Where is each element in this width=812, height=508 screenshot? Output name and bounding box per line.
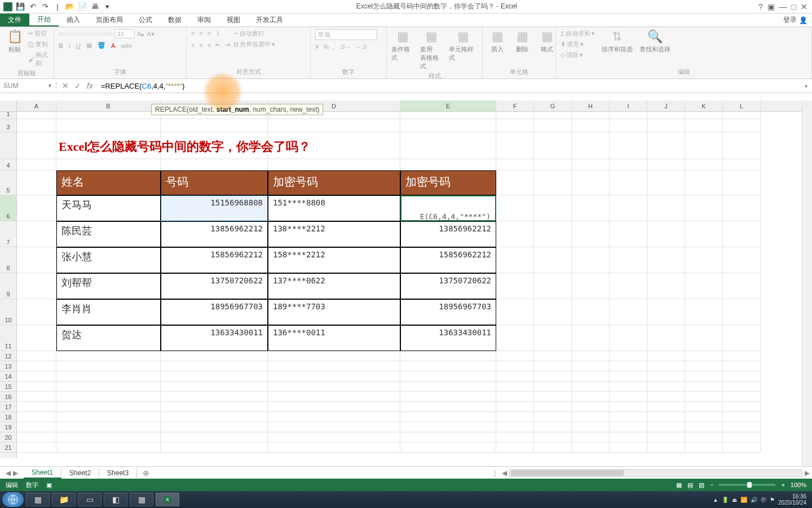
- indent-dec-icon[interactable]: ⇤: [215, 41, 220, 49]
- task-app-4[interactable]: ◧: [104, 493, 127, 506]
- col-header-K[interactable]: K: [685, 100, 723, 111]
- open-icon[interactable]: 📂: [65, 2, 74, 11]
- cell-J6[interactable]: [647, 195, 685, 221]
- cell-A3[interactable]: [17, 119, 56, 132]
- zoom-slider[interactable]: [719, 484, 775, 486]
- cell-H5[interactable]: [572, 170, 610, 195]
- col-header-G[interactable]: G: [534, 100, 572, 111]
- cell-I6[interactable]: [610, 195, 647, 221]
- cell-num-2[interactable]: 15856962212: [161, 247, 268, 273]
- fill-button[interactable]: ⬇ 填充 ▾: [561, 40, 595, 49]
- cell-C18[interactable]: [161, 412, 268, 422]
- cell-I15[interactable]: [610, 382, 647, 392]
- cell-J15[interactable]: [647, 382, 685, 392]
- cell-C4[interactable]: [161, 159, 268, 170]
- cell-enc-2[interactable]: 15856962212: [400, 247, 496, 273]
- sheet-nav[interactable]: ◀▶: [0, 469, 24, 477]
- cell-G15[interactable]: [534, 382, 572, 392]
- cell-F12[interactable]: [496, 351, 534, 361]
- tab-file[interactable]: 文件: [0, 14, 29, 27]
- row-header-blank[interactable]: [0, 132, 16, 159]
- cell-E19[interactable]: [400, 422, 496, 432]
- grow-font-icon[interactable]: A▴: [137, 30, 144, 38]
- cell-K[interactable]: [685, 132, 723, 159]
- view-break-icon[interactable]: ▧: [699, 481, 704, 489]
- wrap-text-button[interactable]: ⤶ 自动换行: [233, 29, 275, 38]
- cell-H16[interactable]: [572, 392, 610, 402]
- cell-E20[interactable]: [400, 432, 496, 443]
- sort-filter-button[interactable]: ⇅排序和筛选: [602, 29, 633, 54]
- cell-G12[interactable]: [534, 351, 572, 361]
- row-header-11[interactable]: 11: [0, 325, 16, 351]
- cell-H8[interactable]: [572, 247, 610, 273]
- align-right-icon[interactable]: ≡: [208, 42, 211, 49]
- cell-A17[interactable]: [17, 402, 56, 412]
- row-header-13[interactable]: 13: [0, 361, 16, 371]
- row-header-9[interactable]: 9: [0, 273, 16, 299]
- format-table-button[interactable]: ▦套用 表格格式: [420, 29, 443, 71]
- cond-format-button[interactable]: ▦条件格式: [391, 29, 414, 62]
- cell-J20[interactable]: [647, 432, 685, 443]
- cell-F5[interactable]: [496, 170, 534, 195]
- login-area[interactable]: 登录 👤: [783, 14, 812, 27]
- cell-J21[interactable]: [647, 443, 685, 453]
- cell-I13[interactable]: [610, 361, 647, 371]
- cell-D17[interactable]: [268, 402, 400, 412]
- cell-D3[interactable]: [268, 119, 400, 132]
- cell-B15[interactable]: [56, 382, 161, 392]
- col-header-F[interactable]: F: [496, 100, 534, 111]
- cell-I14[interactable]: [610, 371, 647, 382]
- table-header-D[interactable]: 加密号码: [268, 170, 400, 195]
- dec-decimal-icon[interactable]: ←.0: [355, 43, 367, 50]
- formula-input[interactable]: =REPLACE(C6,4,4,"****"): [99, 82, 800, 90]
- cell-J18[interactable]: [647, 412, 685, 422]
- tab-home[interactable]: 开始: [29, 14, 59, 27]
- cell-F9[interactable]: [496, 273, 534, 299]
- percent-icon[interactable]: %: [323, 43, 329, 50]
- format-cells-button[interactable]: ▦格式: [537, 29, 557, 54]
- font-size-select[interactable]: 11: [114, 29, 135, 38]
- cell-G13[interactable]: [534, 361, 572, 371]
- cell-F3[interactable]: [496, 119, 534, 132]
- tab-data[interactable]: 数据: [160, 14, 189, 27]
- cell-mask-4[interactable]: 189****7703: [268, 299, 400, 325]
- cell-K13[interactable]: [685, 361, 723, 371]
- cell-C13[interactable]: [161, 361, 268, 371]
- cell-I5[interactable]: [610, 170, 647, 195]
- cell-A15[interactable]: [17, 382, 56, 392]
- cell-D4[interactable]: [268, 159, 400, 170]
- cell-H18[interactable]: [572, 412, 610, 422]
- cell-K6[interactable]: [685, 195, 723, 221]
- cell-J13[interactable]: [647, 361, 685, 371]
- cell-L11[interactable]: [723, 325, 761, 351]
- sheet-heading[interactable]: Excel怎么隐藏号码中间的数字，你学会了吗？: [56, 132, 496, 159]
- cell-G19[interactable]: [534, 422, 572, 432]
- cell-K4[interactable]: [685, 159, 723, 170]
- cancel-edit-button[interactable]: ✕: [62, 81, 69, 90]
- enter-edit-button[interactable]: ✓: [74, 81, 81, 90]
- cell-C12[interactable]: [161, 351, 268, 361]
- cell-I19[interactable]: [610, 422, 647, 432]
- phonetic-button[interactable]: wén: [121, 42, 132, 49]
- cell-L17[interactable]: [723, 402, 761, 412]
- row-header-18[interactable]: 18: [0, 412, 16, 422]
- cell-num-4[interactable]: 18956967703: [161, 299, 268, 325]
- hsb-left-icon[interactable]: ◀: [502, 469, 509, 477]
- font-family-select[interactable]: [59, 33, 112, 35]
- cell-H3[interactable]: [572, 119, 610, 132]
- cell-I4[interactable]: [610, 159, 647, 170]
- cell-F17[interactable]: [496, 402, 534, 412]
- hsb-menu-icon[interactable]: ⋮: [492, 469, 502, 477]
- cell-K20[interactable]: [685, 432, 723, 443]
- cell-I11[interactable]: [610, 325, 647, 351]
- cell-L7[interactable]: [723, 221, 761, 247]
- cell-K7[interactable]: [685, 221, 723, 247]
- cell-K19[interactable]: [685, 422, 723, 432]
- cell-G16[interactable]: [534, 392, 572, 402]
- cell-L10[interactable]: [723, 299, 761, 325]
- insert-function-button[interactable]: fx: [87, 81, 93, 90]
- row-header-10[interactable]: 10: [0, 299, 16, 325]
- cell-H10[interactable]: [572, 299, 610, 325]
- clear-button[interactable]: ◇ 清除 ▾: [561, 51, 595, 59]
- cell-B13[interactable]: [56, 361, 161, 371]
